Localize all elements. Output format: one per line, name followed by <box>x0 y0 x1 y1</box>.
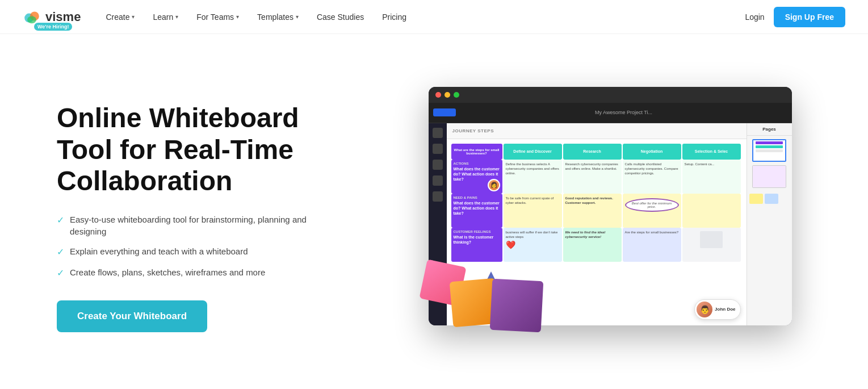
signup-button[interactable]: Sign Up Free <box>774 7 845 27</box>
wb-section-label: JOURNEY STEPS <box>452 128 494 133</box>
feelings-cell-3: Are the steps for small businesses? <box>623 228 681 262</box>
pains-cell-2: Good reputation and reviews. Customer su… <box>563 194 622 228</box>
nav-for-teams[interactable]: For Teams ▾ <box>188 8 247 26</box>
pages-panel: Pages <box>747 123 792 325</box>
logo-text: visme <box>45 10 81 24</box>
mac-dot-green <box>454 92 459 98</box>
thumbnail-img <box>700 231 723 248</box>
chevron-down-icon: ▾ <box>132 14 135 20</box>
app-toolbar-title: My Awesome Project Ti... <box>460 110 787 115</box>
avatar-name: John Doe <box>715 307 735 312</box>
nav-learn[interactable]: Learn ▾ <box>145 8 186 26</box>
mockup-container: My Awesome Project Ti... JOURNEY <box>406 87 792 337</box>
mac-dot-yellow <box>445 92 450 98</box>
col-header-2: Research <box>563 144 622 160</box>
login-button[interactable]: Login <box>736 8 773 26</box>
emoji-heart: ❤️ <box>506 240 560 249</box>
check-icon: ✓ <box>57 267 64 279</box>
sticker-avatar: 👩 <box>488 179 500 191</box>
chevron-down-icon: ▾ <box>236 14 239 20</box>
sidebar-icon <box>433 128 443 138</box>
feelings-cell-4 <box>682 228 741 262</box>
svg-point-3 <box>27 16 36 23</box>
first-col-header: What are the steps for small businesses? <box>451 144 502 160</box>
feature-3: ✓ Create flows, plans, sketches, wirefra… <box>57 266 341 279</box>
actions-cell-2: Research cybersecurity companies and off… <box>563 160 622 194</box>
hero-right: My Awesome Project Ti... JOURNEY <box>363 87 834 348</box>
sidebar-icon <box>433 160 443 170</box>
pages-title: Pages <box>747 123 792 136</box>
mac-app-toolbar: My Awesome Project Ti... <box>429 103 792 123</box>
chevron-down-icon: ▾ <box>296 14 299 20</box>
actions-cell-3: Calls multiple shortlisted cybersecurity… <box>623 160 681 194</box>
sidebar-icon <box>433 191 443 202</box>
mini-thumb <box>749 194 763 204</box>
nav-create[interactable]: Create ▾ <box>98 8 142 26</box>
grid-pains-row: NEED & PAINS What does the customer do? … <box>451 194 741 228</box>
hero-section: Online Whiteboard Tool for Real-Time Col… <box>0 34 868 389</box>
grid-actions-row: ACTIONS What does the customer do? What … <box>451 160 741 194</box>
page-thumb-2[interactable] <box>752 165 786 188</box>
pains-cell-4 <box>682 194 741 228</box>
logo[interactable]: visme We're Hiring! <box>23 8 81 26</box>
mini-thumb <box>765 194 778 204</box>
shape-purple <box>489 278 543 332</box>
nav-templates[interactable]: Templates ▾ <box>249 8 307 26</box>
check-icon: ✓ <box>57 214 64 227</box>
check-icon: ✓ <box>57 246 64 258</box>
feature-2: ✓ Explain everything and teach with a wh… <box>57 245 341 258</box>
col-header-1: Define and Discover <box>504 144 562 160</box>
col-header-4: Selection & Selec <box>682 144 741 160</box>
nav-pricing[interactable]: Pricing <box>374 8 414 26</box>
hero-title: Online Whiteboard Tool for Real-Time Col… <box>57 102 341 196</box>
mac-dot-red <box>435 92 441 98</box>
actions-label-cell: ACTIONS What does the customer do? What … <box>451 160 502 194</box>
hero-left: Online Whiteboard Tool for Real-Time Col… <box>57 102 341 332</box>
avatar: 👨 <box>697 302 712 317</box>
feelings-cell-2: We need to find the ideal cybersecurity … <box>563 228 622 262</box>
actions-cell-1: Define the business selects A cybersecur… <box>504 160 562 194</box>
feelings-label-cell: CUSTOMER FEELINGS What is the customer t… <box>451 228 502 262</box>
page-thumb-1[interactable] <box>752 139 786 162</box>
cta-button[interactable]: Create Your Whiteboard <box>57 300 207 332</box>
hero-features: ✓ Easy-to-use whiteboarding tool for bra… <box>57 214 341 280</box>
nav-case-studies[interactable]: Case Studies <box>309 8 372 26</box>
pains-cell-3: Best offer for the minimum price. <box>623 194 681 228</box>
app-logo-bar <box>433 108 456 116</box>
avatar-badge: 👨 John Doe <box>694 299 740 320</box>
mac-titlebar <box>429 87 792 103</box>
sidebar-icon <box>433 175 443 186</box>
chevron-down-icon: ▾ <box>175 14 178 20</box>
grid-header-row: What are the steps for small businesses?… <box>451 144 741 160</box>
feature-1: ✓ Easy-to-use whiteboarding tool for bra… <box>57 214 341 237</box>
grid-feelings-row: CUSTOMER FEELINGS What is the customer t… <box>451 228 741 262</box>
hiring-badge: We're Hiring! <box>34 23 72 31</box>
oval-note: Best offer for the minimum price. <box>625 198 679 212</box>
wb-header: JOURNEY STEPS <box>447 123 792 139</box>
feelings-cell-1: business will suffer if we don't take ac… <box>504 228 562 262</box>
pains-cell-1: To be safe from current spate of cyber a… <box>504 194 562 228</box>
sidebar-icon <box>433 144 443 154</box>
nav-links: Create ▾ Learn ▾ For Teams ▾ Templates ▾… <box>98 8 414 26</box>
col-header-3: Negotiation <box>623 144 681 160</box>
actions-cell-4: Setup. Content ca... <box>682 160 741 194</box>
page-thumb-row <box>747 191 792 206</box>
pains-label-cell: NEED & PAINS What does the customer do? … <box>451 194 502 228</box>
navigation: visme We're Hiring! Create ▾ Learn ▾ For… <box>0 0 868 34</box>
